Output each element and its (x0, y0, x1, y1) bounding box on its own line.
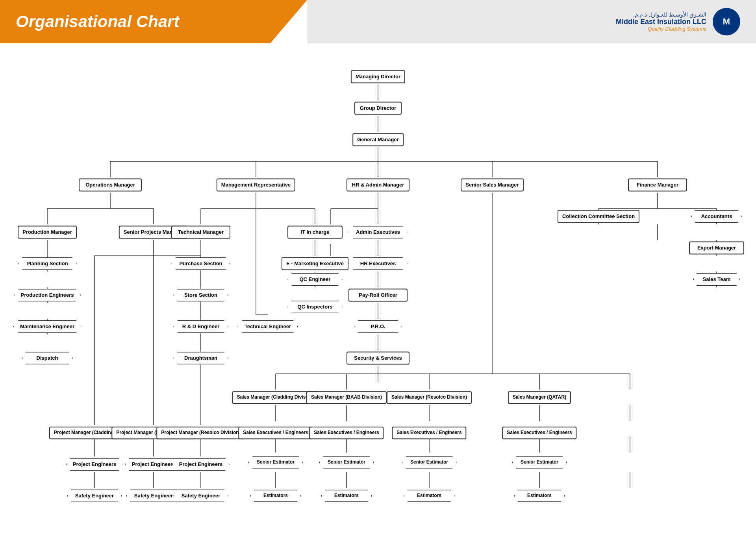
store-section-box: Store Section (173, 289, 228, 302)
sales-mgr-resolco-node: Sales Manager (Resolco Division) (387, 391, 472, 404)
safety-eng-3-node: Safety Engineer (173, 490, 228, 503)
group-director-box: Group Director (354, 102, 402, 115)
proj-eng-3-node: Project Engineers (172, 458, 230, 471)
safety-eng-3-box: Safety Engineer (173, 490, 228, 503)
technical-engineer-node: Technical Engineer (237, 320, 298, 333)
sales-mgr-qatar-box: Sales Manager (QATAR) (508, 391, 571, 404)
logo-text: M (723, 17, 730, 27)
sales-exec-4-node: Sales Executives / Engineers (502, 427, 576, 439)
operations-manager-box: Operations Manager (79, 179, 142, 192)
dispatch-node: Dispatch (22, 352, 73, 365)
sales-mgr-baab-box: Sales Manager (BAAB Division) (306, 391, 387, 404)
sales-exec-3-box: Sales Executives / Engineers (392, 427, 466, 439)
planning-section-node: Planning Section (18, 257, 77, 270)
qc-inspectors-box: QC Inspectors (287, 301, 343, 314)
dispatch-box: Dispatch (22, 352, 73, 365)
managing-director-box: Managing Director (351, 70, 405, 83)
company-tagline: Quality Cladding Systems (616, 26, 706, 32)
company-logo: M (713, 8, 740, 35)
payroll-officer-node: Pay-Roll Officer (348, 289, 408, 302)
sales-exec-1-box: Sales Executives / Engineers (238, 427, 313, 439)
export-manager-box: Export Manager (689, 242, 744, 255)
estimators-3-node: Estimators (404, 490, 455, 502)
finance-manager-box: Finance Manager (628, 179, 687, 192)
safety-eng-1-box: Safety Engineer (67, 490, 122, 503)
proj-eng-1-node: Project Engineers (66, 458, 124, 471)
safety-eng-2-box: Safety Engineer (126, 490, 181, 503)
header-orange-section: Organisational Chart (0, 0, 307, 43)
chart-area: Managing Director Group Director General… (0, 43, 756, 534)
sales-mgr-resolco-box: Sales Manager (Resolco Division) (387, 391, 472, 404)
security-services-box: Security & Services (346, 352, 410, 365)
sales-mgr-qatar-node: Sales Manager (QATAR) (508, 391, 571, 404)
draughtsman-node: Draughtsman (173, 352, 228, 365)
page-title: Organisational Chart (16, 12, 179, 31)
company-english: Middle East Insulation LLC (616, 18, 706, 26)
senior-estimator-3-box: Senior Estimator (402, 456, 457, 469)
page-header: Organisational Chart الشـرق الأوسـط للعـ… (0, 0, 756, 43)
senior-estimator-1-box: Senior Estimator (248, 456, 303, 469)
estimators-1-node: Estimators (250, 490, 301, 502)
rd-engineer-node: R & D Engineer (173, 320, 228, 333)
estimators-4-node: Estimators (514, 490, 565, 502)
e-marketing-node: E - Marketing Executive (282, 257, 348, 270)
planning-section-box: Planning Section (18, 257, 77, 270)
accountants-node: Accountants (691, 210, 742, 223)
hr-admin-manager-node: HR & Admin Manager (346, 179, 410, 192)
proj-eng-3-box: Project Engineers (172, 458, 230, 471)
sales-team-box: Sales Team (693, 273, 740, 286)
admin-executives-node: Admin Executives (348, 226, 408, 239)
qc-engineer-box: QC Engineer (287, 273, 343, 286)
collection-committee-box: Collection Committee Section (558, 210, 639, 223)
safety-eng-1-node: Safety Engineer (67, 490, 122, 503)
estimators-3-box: Estimators (404, 490, 455, 502)
senior-sales-manager-node: Senior Sales Manager (461, 179, 524, 192)
rd-engineer-box: R & D Engineer (173, 320, 228, 333)
payroll-officer-box: Pay-Roll Officer (348, 289, 408, 302)
sales-team-node: Sales Team (693, 273, 740, 286)
senior-estimator-4-node: Senior Estimator (512, 456, 567, 469)
security-services-node: Security & Services (346, 352, 410, 365)
hr-executives-node: HR Executives (348, 257, 408, 270)
safety-eng-2-node: Safety Engineer (126, 490, 181, 503)
qc-engineer-node: QC Engineer (287, 273, 343, 286)
pro-node: P.R.O. (354, 320, 402, 333)
e-marketing-box: E - Marketing Executive (282, 257, 348, 270)
company-info: الشـرق الأوسـط للعـوازل ذ.م.م. Middle Ea… (616, 11, 706, 32)
qc-inspectors-node: QC Inspectors (287, 301, 343, 314)
hr-admin-manager-box: HR & Admin Manager (346, 179, 410, 192)
management-rep-box: Management Representative (217, 179, 295, 192)
purchase-section-box: Purchase Section (171, 257, 230, 270)
collection-committee-node: Collection Committee Section (558, 210, 639, 223)
maintenance-engineer-node: Maintenance Engineer (13, 320, 82, 333)
draughtsman-box: Draughtsman (173, 352, 228, 365)
production-manager-node: Production Manager (18, 226, 77, 239)
operations-manager-node: Operations Manager (79, 179, 142, 192)
export-manager-node: Export Manager (689, 242, 744, 255)
chart-container: Managing Director Group Director General… (8, 55, 748, 527)
estimators-2-node: Estimators (321, 490, 372, 502)
senior-estimator-3-node: Senior Estimator (402, 456, 457, 469)
finance-manager-node: Finance Manager (628, 179, 687, 192)
proj-eng-1-box: Project Engineers (66, 458, 124, 471)
pro-box: P.R.O. (354, 320, 402, 333)
general-manager-box: General Manager (352, 133, 404, 146)
sales-exec-3-node: Sales Executives / Engineers (392, 427, 466, 439)
technical-manager-box: Technical Manager (171, 226, 230, 239)
senior-estimator-4-box: Senior Estimator (512, 456, 567, 469)
sales-exec-1-node: Sales Executives / Engineers (238, 427, 313, 439)
senior-estimator-2-box: Senior Estimator (319, 456, 374, 469)
general-manager-node: General Manager (352, 133, 404, 146)
header-logo-section: الشـرق الأوسـط للعـوازل ذ.م.م. Middle Ea… (307, 0, 756, 43)
sales-mgr-baab-node: Sales Manager (BAAB Division) (306, 391, 387, 404)
sales-exec-2-box: Sales Executives / Engineers (309, 427, 384, 439)
technical-engineer-box: Technical Engineer (237, 320, 298, 333)
it-in-charge-node: IT In charge (287, 226, 343, 239)
managing-director-node: Managing Director (351, 70, 405, 83)
estimators-4-box: Estimators (514, 490, 565, 502)
hr-executives-box: HR Executives (348, 257, 408, 270)
maintenance-engineer-box: Maintenance Engineer (13, 320, 82, 333)
production-engineers-node: Production Engineers (13, 289, 81, 302)
technical-manager-node: Technical Manager (171, 226, 230, 239)
production-engineers-box: Production Engineers (13, 289, 81, 302)
